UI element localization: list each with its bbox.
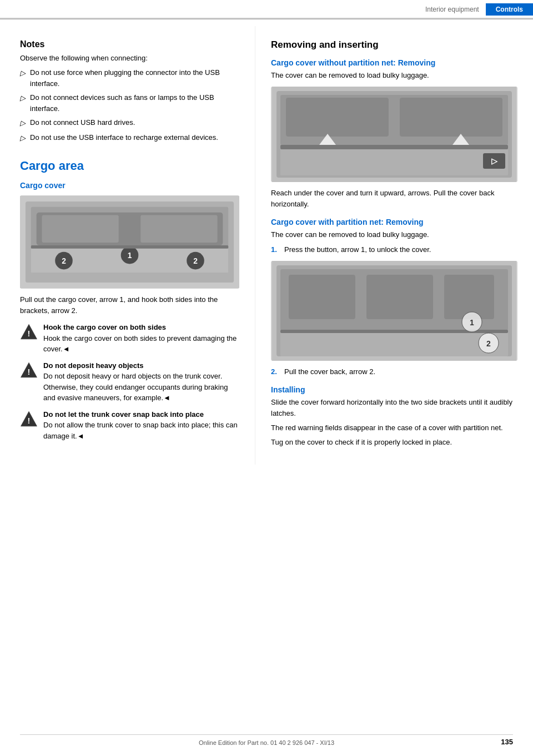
svg-rect-4 — [42, 215, 119, 243]
svg-text:2: 2 — [193, 256, 198, 265]
cargo-no-partition-title: Cargo cover without partition net: Remov… — [271, 58, 517, 67]
bullet-text-2: Do not connect devices such as fans or l… — [30, 92, 239, 114]
svg-rect-25 — [280, 148, 508, 175]
svg-text:▷: ▷ — [491, 157, 498, 165]
svg-text:1: 1 — [470, 318, 474, 327]
svg-text:1: 1 — [128, 251, 132, 260]
header-controls-label: Controls — [486, 3, 533, 16]
warning-body-1: Hook the cargo cover on both sides to pr… — [43, 333, 239, 355]
bullet-arrow-4: ▷ — [20, 133, 26, 144]
header-interior-label: Interior equipment — [419, 3, 486, 16]
cargo-cover-image: 2 1 2 — [20, 195, 239, 289]
reach-under-body: Reach under the cover and turn it upward… — [271, 188, 517, 210]
svg-rect-5 — [140, 215, 217, 243]
svg-text:2: 2 — [62, 256, 66, 265]
warning-text-2: Do not deposit heavy objects Do not depo… — [43, 360, 239, 404]
cargo-cover-body: Pull out the cargo cover, arrow 1, and h… — [20, 294, 239, 316]
svg-text:!: ! — [28, 416, 31, 425]
cargo-area-title: Cargo area — [20, 159, 239, 173]
svg-rect-34 — [289, 275, 355, 319]
cargo-cover-subtitle: Cargo cover — [20, 181, 239, 190]
page-header: Interior equipment Controls — [0, 0, 533, 19]
page-number: 135 — [501, 738, 513, 746]
step-1-num: 1. — [271, 244, 280, 255]
right-column: Removing and inserting Cargo cover witho… — [255, 26, 533, 465]
warning-title-3: Do not let the trunk cover snap back int… — [43, 409, 239, 420]
cargo-area-section: Cargo area Cargo cover 2 — [20, 159, 239, 441]
bullet-item-4: ▷ Do not use the USB interface to rechar… — [20, 132, 239, 144]
warning-body-2: Do not deposit heavy or hard objects on … — [43, 371, 239, 404]
removing-inserting-title: Removing and inserting — [271, 39, 517, 51]
step-2-text: Pull the cover back, arrow 2. — [284, 366, 375, 377]
svg-text:!: ! — [28, 329, 31, 338]
warning-box-2: ! Do not deposit heavy objects Do not de… — [20, 360, 239, 404]
warning-icon-3: ! — [20, 410, 38, 428]
footer-text: Online Edition for Part no. 01 40 2 926 … — [199, 739, 334, 746]
svg-text:2: 2 — [486, 339, 491, 348]
svg-rect-35 — [366, 275, 433, 319]
warning-title-1: Hook the cargo cover on both sides — [43, 322, 239, 333]
cargo-with-partition-body: The cover can be removed to load bulky l… — [271, 229, 517, 240]
notes-title: Notes — [20, 39, 239, 49]
notes-section: Notes Observe the following when connect… — [20, 39, 239, 143]
cargo-no-partition-body: The cover can be removed to load bulky l… — [271, 70, 517, 81]
step-1-text: Press the button, arrow 1, to unlock the… — [284, 244, 431, 255]
svg-rect-13 — [31, 245, 229, 249]
main-content: Notes Observe the following when connect… — [0, 26, 533, 465]
warning-box-1: ! Hook the cargo cover on both sides Hoo… — [20, 322, 239, 355]
installing-body-1: Slide the cover forward horizontally int… — [271, 397, 517, 419]
removing-inserting-section: Removing and inserting Cargo cover witho… — [271, 39, 517, 448]
numbered-steps-list: 1. Press the button, arrow 1, to unlock … — [271, 244, 517, 255]
notes-bullet-list: ▷ Do not use force when plugging the con… — [20, 67, 239, 143]
bullet-text-4: Do not use the USB interface to recharge… — [30, 132, 218, 143]
warning-title-2: Do not deposit heavy objects — [43, 360, 239, 371]
svg-rect-26 — [280, 145, 508, 149]
warning-icon-2: ! — [20, 361, 38, 379]
warning-text-1: Hook the cargo cover on both sides Hook … — [43, 322, 239, 355]
step-2-num: 2. — [271, 366, 280, 377]
bullet-arrow-2: ▷ — [20, 93, 26, 104]
notes-intro: Observe the following when connecting: — [20, 53, 239, 64]
step-1: 1. Press the button, arrow 1, to unlock … — [271, 244, 517, 255]
bullet-item-1: ▷ Do not use force when plugging the con… — [20, 67, 239, 89]
left-column: Notes Observe the following when connect… — [0, 26, 255, 465]
bullet-arrow-3: ▷ — [20, 118, 26, 129]
step-2-list: 2. Pull the cover back, arrow 2. — [271, 366, 517, 377]
bullet-arrow-1: ▷ — [20, 68, 26, 79]
step-2: 2. Pull the cover back, arrow 2. — [271, 366, 517, 377]
warning-text-3: Do not let the trunk cover snap back int… — [43, 409, 239, 442]
svg-rect-37 — [280, 332, 508, 356]
warning-icon-1: ! — [20, 323, 38, 341]
bullet-text-1: Do not use force when plugging the conne… — [30, 67, 239, 89]
installing-title: Installing — [271, 385, 517, 394]
cargo-with-partition-image: 1 2 — [271, 261, 517, 361]
cargo-with-partition-title: Cargo cover with partition net: Removing — [271, 218, 517, 226]
svg-rect-24 — [400, 98, 502, 137]
bullet-text-3: Do not connect USB hard drives. — [30, 117, 135, 128]
svg-rect-23 — [286, 98, 389, 137]
svg-text:!: ! — [28, 367, 31, 376]
header-nav: Interior equipment Controls — [419, 3, 533, 16]
warning-body-3: Do not allow the trunk cover to snap bac… — [43, 420, 239, 441]
bullet-item-3: ▷ Do not connect USB hard drives. — [20, 117, 239, 129]
cargo-no-partition-image: ▷ — [271, 87, 517, 182]
bullet-item-2: ▷ Do not connect devices such as fans or… — [20, 92, 239, 114]
page-footer: Online Edition for Part no. 01 40 2 926 … — [20, 734, 513, 746]
installing-body-3: Tug on the cover to check if it is prope… — [271, 437, 517, 448]
installing-body-2: The red warning fields disappear in the … — [271, 422, 517, 434]
warning-box-3: ! Do not let the trunk cover snap back i… — [20, 409, 239, 442]
header-divider — [0, 19, 533, 19]
